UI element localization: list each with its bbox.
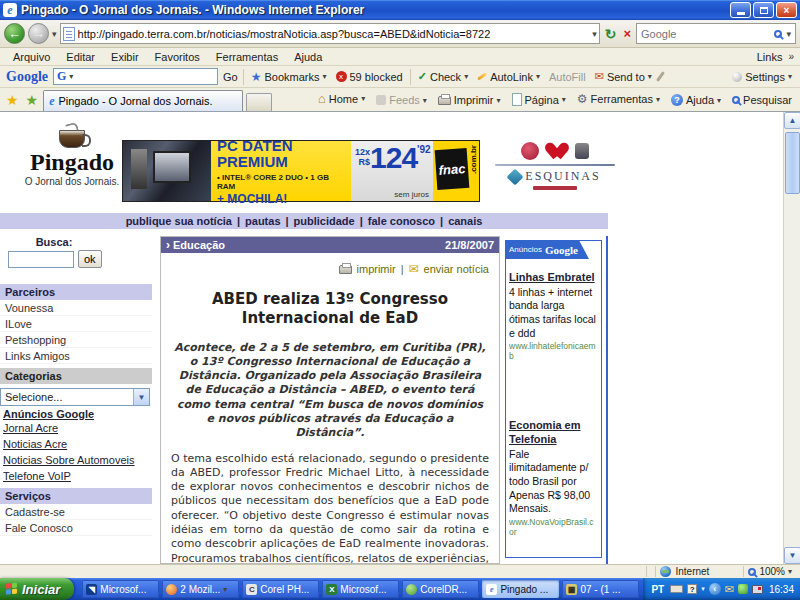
- sidebar-item-ilove[interactable]: ILove: [0, 316, 152, 332]
- spellcheck-button[interactable]: ✓ Check ▾: [416, 70, 470, 83]
- banner-ad[interactable]: PC DATEN PREMIUM • INTEL® CORE 2 DUO • 1…: [122, 140, 480, 202]
- clock[interactable]: 16:34: [767, 584, 794, 595]
- task-document[interactable]: ▦ 07 - (1 ...: [562, 580, 639, 598]
- refresh-button[interactable]: ↻: [603, 26, 619, 42]
- partner-heart-icon[interactable]: [547, 142, 567, 160]
- adlink-noticias-automoveis[interactable]: Noticias Sobre Automoveis: [0, 452, 152, 468]
- print-article-icon[interactable]: [339, 265, 352, 274]
- autolink-button[interactable]: AutoLink ▾: [475, 71, 542, 83]
- new-tab-button[interactable]: [246, 93, 272, 111]
- tools-button[interactable]: ⚙ Ferramentas ▾: [573, 90, 664, 111]
- links-overflow-icon[interactable]: »: [788, 51, 794, 62]
- language-indicator[interactable]: PT: [651, 584, 666, 595]
- research-button[interactable]: Pesquisar: [728, 92, 796, 111]
- tools-label: Ferramentas: [591, 93, 653, 105]
- search-dropdown[interactable]: ▾: [786, 29, 791, 39]
- menu-ferramentas[interactable]: Ferramentas: [209, 50, 285, 64]
- site-search-input[interactable]: [8, 251, 74, 268]
- help-button[interactable]: ? Ajuda ▾: [667, 92, 725, 111]
- add-favorite-icon[interactable]: ★: [24, 92, 41, 111]
- autofill-button[interactable]: AutoFill: [547, 71, 588, 83]
- menu-favoritos[interactable]: Favoritos: [148, 50, 207, 64]
- nav-pautas[interactable]: pautas: [245, 215, 280, 227]
- history-dropdown[interactable]: ▾: [52, 29, 57, 39]
- task-photo-editor[interactable]: ◥ Microsof...: [82, 580, 159, 598]
- feeds-button[interactable]: Feeds ▾: [372, 92, 431, 111]
- chevron-down-icon[interactable]: ▼: [133, 389, 149, 405]
- page-button[interactable]: Página ▾: [508, 91, 570, 111]
- stop-button[interactable]: ×: [621, 26, 633, 41]
- close-button[interactable]: ×: [776, 2, 797, 18]
- home-button[interactable]: ⌂ Home ▾: [314, 89, 369, 111]
- google-search-combo[interactable]: G ▾: [53, 68, 218, 85]
- partner-figure-icon[interactable]: [575, 143, 589, 159]
- photo-editor-icon: ◥: [86, 584, 97, 595]
- volume-icon[interactable]: ▾: [701, 586, 705, 592]
- sidebar-item-links-amigos[interactable]: Links Amigos: [0, 348, 152, 364]
- minimize-button[interactable]: [730, 2, 751, 18]
- sidebar-anuncios-header[interactable]: Anúncios Google: [0, 404, 97, 422]
- sendto-button[interactable]: ✉ Send to ▾: [593, 70, 654, 83]
- search-icon[interactable]: [774, 30, 782, 38]
- google-go-button[interactable]: Go: [223, 71, 238, 83]
- adlink-telefone-voip[interactable]: Telefone VoIP: [0, 468, 152, 484]
- sidebar-item-cadastre-se[interactable]: Cadastre-se: [0, 504, 152, 520]
- vertical-scrollbar[interactable]: ▲ ▼: [783, 112, 800, 564]
- sidebar-item-petshopping[interactable]: Petshopping: [0, 332, 152, 348]
- site-search-ok-button[interactable]: ok: [78, 250, 102, 268]
- bookmarks-button[interactable]: ★ Bookmarks ▾: [249, 70, 329, 84]
- favorites-center-icon[interactable]: ★: [4, 92, 21, 111]
- menu-arquivo[interactable]: Arquivo: [6, 50, 57, 64]
- tray-green-icon[interactable]: [738, 584, 748, 594]
- url-input[interactable]: [78, 28, 590, 40]
- keyboard-icon[interactable]: [670, 585, 683, 593]
- settings-button[interactable]: Settings ▾: [730, 71, 794, 83]
- links-menu[interactable]: Links: [757, 51, 787, 63]
- popup-blocked-button[interactable]: x 59 blocked: [334, 71, 405, 83]
- tray-monitor-icon[interactable]: [752, 585, 763, 594]
- search-input[interactable]: [641, 28, 770, 40]
- help-tray-icon[interactable]: ?: [687, 584, 697, 594]
- back-button[interactable]: ←: [4, 23, 25, 44]
- envelope-icon[interactable]: ✉: [409, 262, 419, 276]
- print-article-link[interactable]: imprimir: [357, 263, 396, 275]
- ad-title-link[interactable]: Linhas Embratel: [509, 271, 595, 283]
- ad-title-link[interactable]: Economia em Telefonia: [509, 419, 581, 445]
- tab-pingado[interactable]: e Pingado - O Jornal dos Jornais.: [43, 90, 243, 111]
- task-coreldraw[interactable]: CorelDR...: [402, 580, 479, 598]
- zoom-control[interactable]: 100% ▾: [748, 566, 800, 577]
- start-button[interactable]: Iniciar: [0, 578, 74, 600]
- menu-ajuda[interactable]: Ajuda: [287, 50, 329, 64]
- site-logo-subtitle: O Jornal dos Jornais.: [12, 176, 132, 187]
- nav-canais[interactable]: canais: [448, 215, 482, 227]
- task-mozilla-group[interactable]: 2 Mozil... ▾: [162, 580, 239, 598]
- scroll-down-button[interactable]: ▼: [784, 547, 800, 564]
- url-dropdown[interactable]: ▾: [592, 29, 597, 39]
- print-button[interactable]: Imprimir ▾: [434, 92, 505, 111]
- page-viewport: Pingado O Jornal dos Jornais. PC DATEN P…: [0, 112, 800, 564]
- esquinas-logo[interactable]: ESQUINAS: [495, 169, 615, 184]
- nav-fale-conosco[interactable]: fale conosco: [368, 215, 435, 227]
- sidebar-item-fale-conosco[interactable]: Fale Conosco: [0, 520, 152, 536]
- status-separator: [655, 566, 656, 577]
- task-pingado-active[interactable]: e Pingado ...: [482, 580, 559, 598]
- nav-publique[interactable]: publique sua notícia: [126, 215, 232, 227]
- nav-publicidade[interactable]: publicidade: [294, 215, 355, 227]
- sidebar-item-vounessa[interactable]: Vounessa: [0, 300, 152, 316]
- scroll-up-button[interactable]: ▲: [784, 112, 800, 129]
- tray-collapse-icon[interactable]: ‹: [709, 583, 721, 595]
- highlighter-icon[interactable]: [656, 71, 665, 82]
- scroll-thumb[interactable]: [785, 132, 800, 194]
- adlink-noticias-acre[interactable]: Noticias Acre: [0, 436, 152, 452]
- send-article-link[interactable]: enviar notícia: [424, 263, 489, 275]
- site-logo[interactable]: Pingado O Jornal dos Jornais.: [12, 130, 132, 187]
- restore-button[interactable]: [753, 2, 774, 18]
- task-corel-photopaint[interactable]: C Corel PH...: [242, 580, 319, 598]
- tray-mail-icon[interactable]: ✉: [725, 583, 734, 596]
- adlink-jornal-acre[interactable]: Jornal Acre: [0, 420, 152, 436]
- task-excel[interactable]: X Microsof...: [322, 580, 399, 598]
- forward-button[interactable]: →: [28, 23, 49, 44]
- partner-badge-icon[interactable]: [521, 142, 539, 160]
- menu-exibir[interactable]: Exibir: [104, 50, 146, 64]
- menu-editar[interactable]: Editar: [59, 50, 102, 64]
